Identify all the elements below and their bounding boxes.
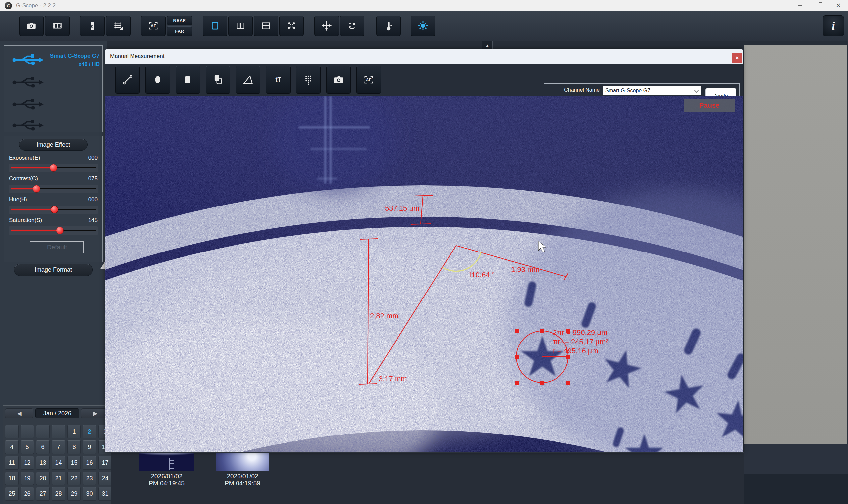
grid-icon [113,20,124,32]
exposure-value: 000 [88,155,98,162]
calendar-day[interactable]: 26 [20,487,34,501]
expand-arrows-icon [286,20,297,32]
calendar-day[interactable]: 17 [98,456,112,470]
calendar-day[interactable]: 4 [5,440,19,454]
device-slot-4[interactable] [12,117,45,134]
contrast-knob[interactable] [33,185,40,193]
ruler-button[interactable] [80,16,105,36]
saturation-track[interactable] [9,226,98,235]
rotate-button[interactable] [340,16,364,36]
close-button[interactable]: × [829,0,848,11]
calendar-prev-button[interactable]: ◀ [5,408,33,418]
contrast-track[interactable] [9,185,98,193]
autofocus-button[interactable]: AF [141,16,166,36]
text-tool-icon: tT [272,74,284,86]
dialog-close-button[interactable]: × [732,53,742,63]
grid-overlay-button[interactable] [296,66,321,94]
thumbnail-image[interactable] [139,453,194,471]
calendar-day[interactable]: 7 [52,440,65,454]
temperature-button[interactable] [376,16,401,36]
calendar-blank-cell [52,425,65,438]
calendar-day[interactable]: 19 [20,472,34,485]
text-annotation-button[interactable]: tT [266,66,291,94]
device-list-panel: Smart G-Scope G7 x40 / HD [4,45,103,132]
calendar-day[interactable]: 5 [20,440,34,454]
left-sidebar: Smart G-Scope G7 x40 / HD Image Effect E… [0,41,107,504]
line-measure-button[interactable] [115,66,140,94]
calendar-day[interactable]: 29 [67,487,81,501]
calendar-blank-cell [36,425,50,438]
gallery-item[interactable]: 2026/01/02 PM 04:19:59 [216,453,269,487]
duplicate-shape-button[interactable] [206,66,230,94]
calendar-day[interactable]: 8 [67,440,81,454]
exposure-track[interactable] [9,164,98,173]
thumbnail-image[interactable] [216,453,269,471]
capture-button[interactable] [19,16,44,36]
snapshot-button[interactable] [326,66,351,94]
exposure-knob[interactable] [50,164,57,172]
grid-measure-button[interactable] [106,16,131,36]
default-button[interactable]: Default [30,241,84,253]
minimize-icon [798,5,802,6]
crosshair-button[interactable] [314,16,339,36]
minimize-button[interactable] [790,0,810,11]
calendar-day[interactable]: 18 [5,472,19,485]
pause-button[interactable]: Pause [684,98,735,111]
gallery-item[interactable]: 2026/01/02 PM 04:19:45 [139,453,194,487]
device-slot-2[interactable] [12,74,45,91]
ruler-icon [87,20,98,32]
calendar-day[interactable]: 21 [52,472,65,485]
dual-view-button[interactable] [228,16,253,36]
device-slot-3[interactable] [12,96,45,112]
dialog-title-bar[interactable]: Manual Measurement × [105,49,743,64]
saturation-value: 145 [88,217,98,225]
calendar-day[interactable]: 13 [36,456,50,470]
saturation-knob[interactable] [56,227,64,234]
video-record-button[interactable] [45,16,70,36]
live-image-area[interactable]: ★ ★ ★ ★ ★ [105,96,743,452]
calendar-day[interactable]: 11 [5,456,19,470]
calendar-panel: ◀ Jan / 2026 ▶ 1234567891011121314151617… [3,406,112,504]
info-button[interactable]: i [823,15,844,36]
angle-measure-button[interactable] [236,66,260,94]
calendar-day[interactable]: 28 [52,487,65,501]
calendar-day[interactable]: 30 [83,487,97,501]
fullscreen-button[interactable] [279,16,304,36]
calendar-day[interactable]: 22 [67,472,81,485]
calendar-day[interactable]: 15 [67,456,81,470]
calendar-day[interactable]: 20 [36,472,50,485]
restore-button[interactable] [810,0,829,11]
single-view-button[interactable] [203,16,227,36]
calendar-day[interactable]: 6 [36,440,50,454]
dot-grid-icon [302,74,314,86]
calendar-day[interactable]: 12 [20,456,34,470]
hue-knob[interactable] [51,206,58,213]
brightness-button[interactable] [411,16,435,36]
usb-icon [12,74,45,91]
calendar-day[interactable]: 16 [83,456,97,470]
calendar-day[interactable]: 25 [5,487,19,501]
brightness-sun-icon [417,20,429,32]
calendar-day[interactable]: 24 [98,472,112,485]
rectangle-measure-button[interactable] [176,66,200,94]
image-effect-header[interactable]: Image Effect [19,139,88,150]
calendar-day[interactable]: 14 [52,456,65,470]
hue-track[interactable] [9,205,98,214]
rectangle-tool-icon [182,74,194,86]
autofocus-button[interactable]: AF [357,66,381,94]
calendar-day[interactable]: 31 [98,487,112,501]
channel-name-dropdown[interactable]: Smart G-Scope G7 [603,86,700,95]
image-format-button[interactable]: Image Format [14,264,93,276]
quad-view-button[interactable] [254,16,278,36]
calendar-day[interactable]: 2 [83,425,97,438]
thumbnail-date: 2026/01/02 [216,472,269,480]
calendar-day[interactable]: 23 [83,472,97,485]
calendar-day[interactable]: 9 [83,440,97,454]
far-focus-button[interactable]: FAR [167,26,192,36]
ellipse-measure-button[interactable] [145,66,170,94]
calendar-day[interactable]: 27 [36,487,50,501]
calendar-grid: 1234567891011121314151617181920212223242… [5,425,112,501]
calendar-day[interactable]: 1 [67,425,81,438]
device-slot-1-active[interactable] [12,52,45,68]
near-focus-button[interactable]: NEAR [167,16,192,25]
